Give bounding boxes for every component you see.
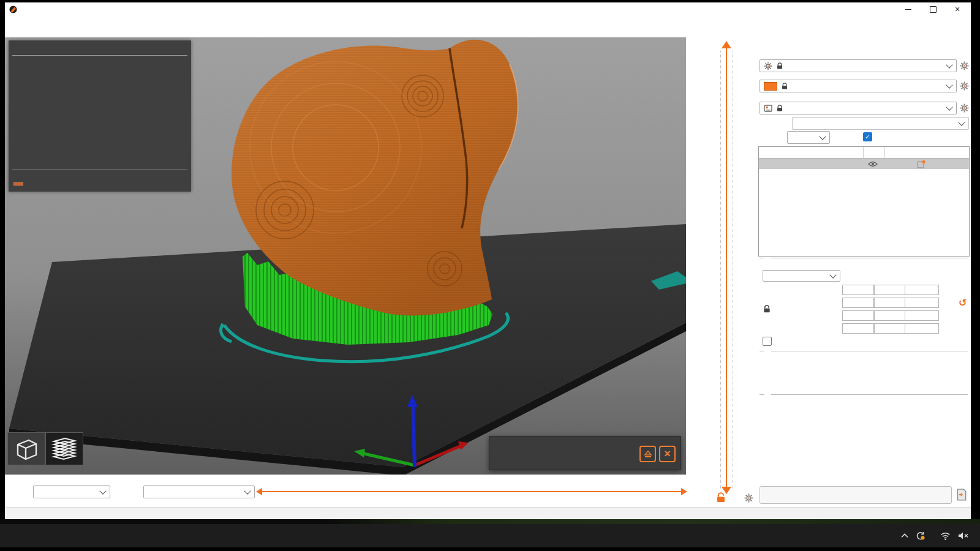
view-options-bar bbox=[5, 474, 686, 508]
filament-select[interactable] bbox=[760, 80, 957, 92]
chevron-down-icon bbox=[819, 133, 826, 140]
system-tray bbox=[901, 531, 976, 541]
desktop-wallpaper-strip bbox=[0, 519, 980, 524]
chevron-down-icon bbox=[946, 103, 952, 110]
position-z-input[interactable] bbox=[905, 285, 939, 295]
scale-y-input[interactable] bbox=[874, 310, 906, 321]
chevron-down-icon bbox=[99, 487, 106, 494]
menu-bar bbox=[5, 16, 971, 27]
filament-gear-button[interactable] bbox=[960, 81, 969, 91]
layer-slider-track[interactable] bbox=[726, 48, 727, 490]
onedrive-sync-icon[interactable] bbox=[916, 531, 925, 541]
slider-settings-gear-icon[interactable] bbox=[744, 493, 753, 503]
export-sd-icon[interactable] bbox=[955, 488, 967, 501]
layer-slider-upper-thumb[interactable] bbox=[722, 41, 731, 48]
object-manipulation-header bbox=[760, 258, 968, 258]
show-options-select[interactable] bbox=[143, 485, 255, 498]
chevron-down-icon bbox=[946, 81, 952, 88]
moves-slider-track[interactable] bbox=[261, 491, 681, 492]
position-x-input[interactable] bbox=[842, 285, 874, 295]
chevron-down-icon bbox=[829, 271, 836, 278]
gear-icon bbox=[764, 62, 772, 70]
eject-button[interactable] bbox=[639, 446, 656, 462]
rotate-x-input[interactable] bbox=[842, 298, 874, 308]
printer-icon bbox=[764, 105, 772, 112]
chevron-down-icon bbox=[946, 61, 952, 68]
slider-lock-icon[interactable] bbox=[715, 492, 726, 504]
scale-z-input[interactable] bbox=[905, 310, 939, 321]
coordinates-select[interactable] bbox=[763, 270, 840, 282]
export-notification: × bbox=[489, 436, 681, 470]
minimize-button[interactable] bbox=[896, 2, 921, 16]
chevron-down-icon bbox=[958, 119, 965, 126]
3d-view-button[interactable] bbox=[7, 432, 45, 465]
layers-icon bbox=[50, 437, 78, 461]
print-settings-gear-button[interactable] bbox=[960, 61, 969, 70]
supports-select[interactable] bbox=[792, 117, 969, 130]
stealth-mode-button[interactable] bbox=[13, 182, 23, 186]
wifi-icon[interactable] bbox=[940, 532, 951, 540]
view-mode-select[interactable] bbox=[33, 485, 110, 498]
taskbar bbox=[0, 524, 980, 547]
lock-icon bbox=[776, 105, 783, 112]
right-sidebar: ✓ bbox=[758, 37, 971, 507]
info-header bbox=[760, 351, 968, 351]
infill-select[interactable] bbox=[787, 131, 830, 144]
maximize-button[interactable] bbox=[921, 2, 945, 16]
title-bar: × bbox=[5, 2, 971, 16]
moves-slider-left-thumb[interactable] bbox=[256, 488, 262, 495]
object-row[interactable] bbox=[759, 159, 969, 169]
desktop-screen: × bbox=[0, 0, 980, 551]
print-settings-select[interactable] bbox=[760, 59, 957, 72]
brim-checkbox[interactable]: ✓ bbox=[863, 132, 872, 141]
chevron-down-icon bbox=[244, 487, 251, 494]
status-bar bbox=[5, 507, 971, 520]
cube-icon bbox=[13, 437, 40, 461]
slice-info-header bbox=[760, 394, 968, 395]
filament-color-swatch bbox=[764, 82, 777, 91]
rotate-z-input[interactable] bbox=[905, 298, 939, 308]
lock-icon bbox=[781, 83, 788, 90]
size-z-input[interactable] bbox=[905, 323, 939, 334]
feature-type-legend bbox=[9, 40, 191, 192]
edit-object-icon[interactable] bbox=[917, 160, 925, 168]
eye-icon[interactable] bbox=[868, 161, 878, 167]
position-y-input[interactable] bbox=[874, 285, 906, 295]
scale-lock-icon[interactable] bbox=[763, 305, 771, 313]
plater-tab-bar bbox=[5, 27, 971, 38]
volume-muted-icon[interactable] bbox=[958, 531, 969, 540]
printer-gear-button[interactable] bbox=[960, 103, 969, 113]
moves-slider-right-thumb[interactable] bbox=[681, 488, 687, 495]
size-y-input[interactable] bbox=[874, 323, 906, 334]
prusaslicer-window: × bbox=[5, 2, 971, 519]
scale-x-input[interactable] bbox=[842, 310, 874, 321]
estimated-print-time bbox=[13, 173, 17, 180]
export-gcode-button[interactable] bbox=[760, 486, 952, 504]
close-notification-button[interactable]: × bbox=[659, 446, 676, 462]
tray-chevron-up-icon[interactable] bbox=[901, 533, 908, 538]
prusaslicer-logo-icon bbox=[9, 6, 17, 13]
view-toggle bbox=[7, 432, 83, 465]
object-list bbox=[758, 146, 970, 257]
inches-checkbox[interactable] bbox=[763, 337, 772, 346]
printer-select[interactable] bbox=[760, 102, 957, 114]
close-button[interactable]: × bbox=[945, 2, 970, 16]
layers-view-button[interactable] bbox=[45, 432, 83, 465]
layer-slider-strip bbox=[686, 37, 758, 507]
3d-viewport[interactable]: × bbox=[5, 37, 686, 474]
eject-icon bbox=[643, 449, 653, 459]
size-x-input[interactable] bbox=[842, 323, 874, 334]
reset-rotation-icon[interactable]: ↺ bbox=[959, 297, 967, 309]
rotate-y-input[interactable] bbox=[874, 298, 906, 308]
lock-icon bbox=[776, 62, 783, 70]
